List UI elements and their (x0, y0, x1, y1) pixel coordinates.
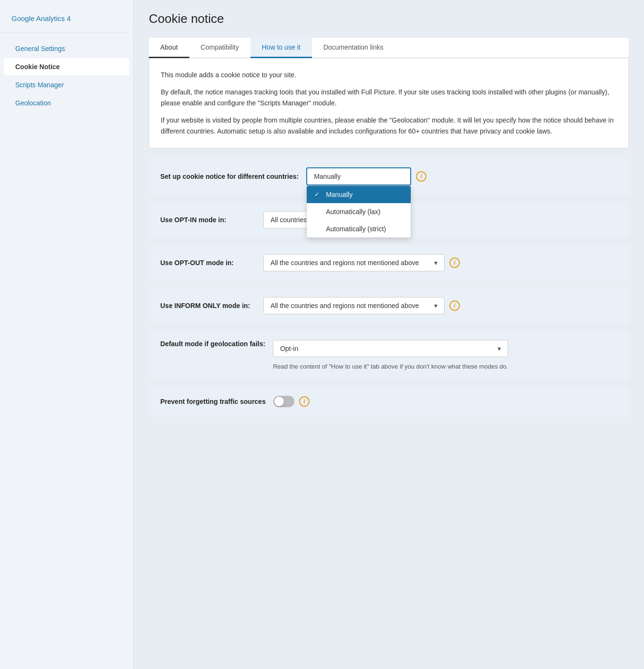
default-mode-label: Default mode if geolocation fails: (160, 340, 265, 348)
sidebar-item-geolocation[interactable]: Geolocation (4, 94, 129, 112)
inform-only-arrow: ▾ (434, 302, 437, 309)
sidebar-logo[interactable]: Google Analytics 4 (0, 10, 133, 32)
option-auto-lax[interactable]: Automatically (lax) (307, 203, 411, 220)
prevent-forgetting-label: Prevent forgetting traffic sources (160, 398, 266, 405)
main-content: Cookie notice About Compatibility How to… (134, 0, 644, 669)
default-mode-helper: Read the content of "How to use it" tab … (273, 363, 508, 370)
inform-only-info-icon[interactable]: i (449, 300, 460, 311)
checkmark-placeholder-2 (314, 225, 322, 232)
tab-documentation-links[interactable]: Documentation links (312, 38, 395, 58)
inform-only-content: All the countries and regions not mentio… (263, 297, 617, 314)
setup-dropdown-menu: ✓ Manually Automatically (lax) Automatic… (306, 185, 411, 238)
setup-cookie-notice-label: Set up cookie notice for different count… (160, 173, 299, 180)
default-mode-section: Default mode if geolocation fails: Opt-i… (149, 330, 629, 380)
default-mode-dropdown[interactable]: Opt-in ▾ (273, 340, 508, 357)
sidebar-item-general-settings[interactable]: General Settings (4, 40, 129, 57)
prevent-forgetting-info-icon[interactable]: i (299, 396, 310, 407)
option-manually[interactable]: ✓ Manually (307, 186, 411, 203)
opt-in-label: Use OPT-IN mode in: (160, 216, 256, 224)
setup-dropdown-trigger[interactable]: Manually (306, 167, 411, 185)
sidebar-item-cookie-notice[interactable]: Cookie Notice (4, 58, 129, 75)
logo-link[interactable]: Google Analytics 4 (11, 14, 71, 22)
prevent-forgetting-toggle[interactable] (273, 396, 294, 407)
toggle-knob (274, 397, 284, 406)
setup-cookie-notice-content: Manually ✓ Manually Automatically (lax) … (306, 167, 617, 185)
tab-how-to-use[interactable]: How to use it (250, 38, 312, 58)
sidebar: Google Analytics 4 General Settings Cook… (0, 0, 134, 669)
opt-out-content: All the countries and regions not mentio… (263, 254, 617, 271)
opt-out-info-icon[interactable]: i (449, 257, 460, 268)
setup-cookie-notice-section: Set up cookie notice for different count… (149, 158, 629, 195)
about-text-2: By default, the notice manages tracking … (161, 87, 617, 108)
about-text-1: This module adds a cookie notice to your… (161, 70, 617, 80)
tab-about[interactable]: About (149, 38, 189, 58)
tab-compatibility[interactable]: Compatibility (189, 38, 250, 58)
checkmark-placeholder (314, 208, 322, 215)
option-auto-strict[interactable]: Automatically (strict) (307, 220, 411, 237)
opt-out-arrow: ▾ (434, 259, 437, 267)
about-panel: This module adds a cookie notice to your… (149, 58, 629, 148)
inform-only-label: Use INFORM ONLY mode in: (160, 302, 256, 309)
default-mode-content: Opt-in ▾ Read the content of "How to use… (273, 340, 617, 370)
prevent-forgetting-content: i (273, 396, 617, 407)
opt-out-dropdown[interactable]: All the countries and regions not mentio… (263, 254, 445, 271)
opt-out-section: Use OPT-OUT mode in: All the countries a… (149, 245, 629, 281)
tab-bar: About Compatibility How to use it Docume… (149, 38, 629, 58)
about-text-3: If your website is visited by people fro… (161, 115, 617, 136)
inform-only-dropdown[interactable]: All the countries and regions not mentio… (263, 297, 445, 314)
checkmark-icon: ✓ (314, 191, 322, 198)
default-mode-col: Opt-in ▾ Read the content of "How to use… (273, 340, 508, 370)
setup-info-icon[interactable]: i (416, 171, 426, 182)
inform-only-section: Use INFORM ONLY mode in: All the countri… (149, 288, 629, 324)
prevent-forgetting-section: Prevent forgetting traffic sources i (149, 386, 629, 417)
sidebar-item-scripts-manager[interactable]: Scripts Manager (4, 76, 129, 93)
page-title: Cookie notice (149, 11, 629, 26)
default-mode-arrow: ▾ (498, 345, 501, 352)
opt-out-label: Use OPT-OUT mode in: (160, 259, 256, 267)
setup-dropdown-container: Manually ✓ Manually Automatically (lax) … (306, 167, 411, 185)
